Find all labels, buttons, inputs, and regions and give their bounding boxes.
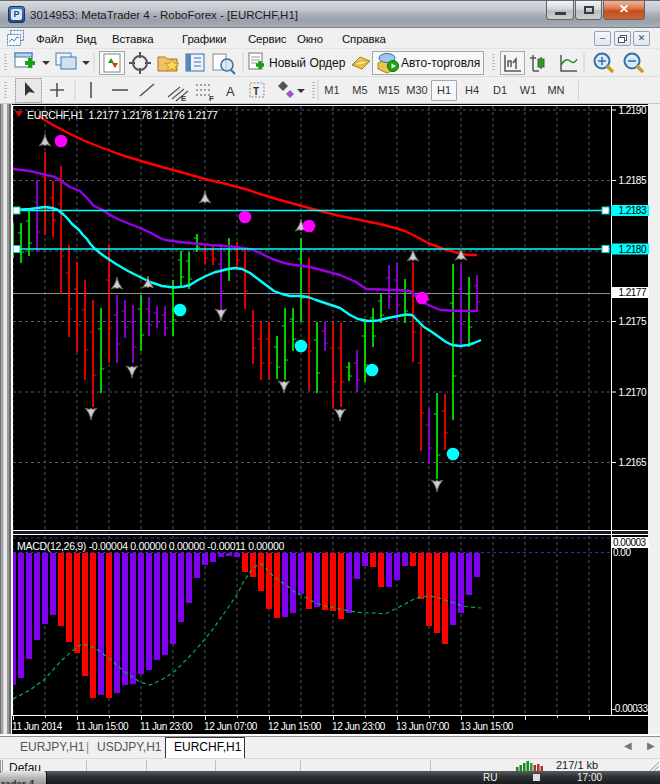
svg-text:F: F <box>209 94 214 103</box>
svg-text:12 Jun 07:00: 12 Jun 07:00 <box>204 721 258 732</box>
svg-text:11 Jun 23:00: 11 Jun 23:00 <box>140 721 193 732</box>
svg-text:T: T <box>253 86 259 97</box>
svg-text:A: A <box>226 84 235 99</box>
svg-text:-0.00033: -0.00033 <box>612 703 648 714</box>
svg-text:12 Jun 23:00: 12 Jun 23:00 <box>332 721 386 732</box>
svg-text:11 Jun 2014: 11 Jun 2014 <box>12 721 63 732</box>
svg-text:MACD(12,26,9) -0.00004 0.00000: MACD(12,26,9) -0.00004 0.00000 0.00000 -… <box>17 540 284 552</box>
svg-text:1.2190: 1.2190 <box>618 105 647 116</box>
svg-text:1.2170: 1.2170 <box>618 387 647 398</box>
svg-text:1.2177: 1.2177 <box>618 287 647 298</box>
svg-text:EURCHF,H1 1.2177 1.2178 1.217: EURCHF,H1 1.2177 1.2178 1.2176 1.2177 <box>27 109 218 121</box>
svg-text:12 Jun 15:00: 12 Jun 15:00 <box>268 721 322 732</box>
svg-text:1.2180: 1.2180 <box>618 244 647 255</box>
svg-text:13 Jun 07:00: 13 Jun 07:00 <box>396 721 450 732</box>
svg-text:1.2175: 1.2175 <box>618 316 647 327</box>
svg-text:1.2165: 1.2165 <box>618 457 647 468</box>
svg-text:E: E <box>181 94 187 103</box>
svg-text:13 Jun 15:00: 13 Jun 15:00 <box>460 721 514 732</box>
svg-text:1.2185: 1.2185 <box>618 175 647 186</box>
svg-text:11 Jun 15:00: 11 Jun 15:00 <box>76 721 129 732</box>
svg-text:1.2183: 1.2183 <box>618 205 647 216</box>
svg-text:0.00: 0.00 <box>613 547 631 558</box>
